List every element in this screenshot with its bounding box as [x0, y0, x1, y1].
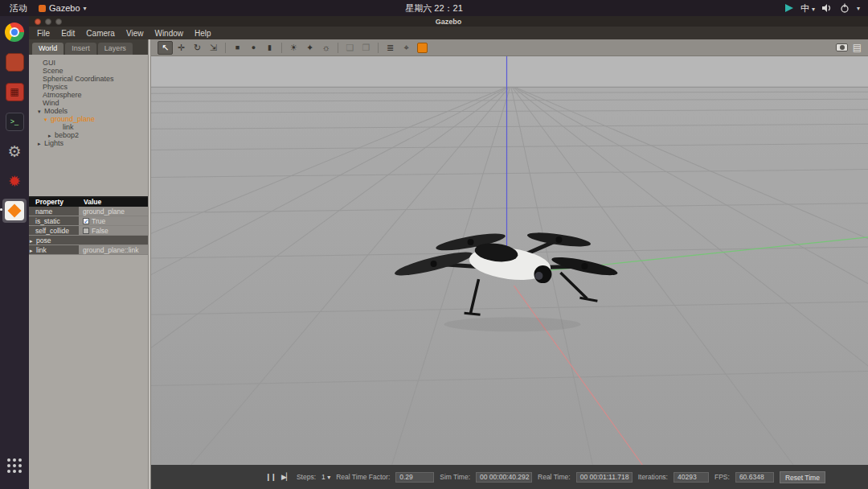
iterations-label: Iterations: — [638, 473, 668, 481]
screenshot-icon[interactable] — [836, 43, 848, 51]
property-row-link[interactable]: ▸link ground_plane::link — [29, 245, 148, 255]
chevron-down-icon: ▾ — [327, 474, 330, 481]
app-grid-icon — [7, 458, 10, 462]
maximize-button[interactable] — [55, 18, 62, 25]
joint-tool-icon[interactable] — [417, 43, 428, 53]
menu-window[interactable]: Window — [149, 29, 189, 38]
steps-spinner[interactable]: 1 ▾ — [321, 473, 330, 481]
dock-item-software[interactable]: ▦ — [2, 80, 27, 104]
telegram-icon[interactable] — [785, 4, 793, 12]
tree-item-physics[interactable]: Physics — [29, 83, 148, 91]
property-row-self-collide[interactable]: self_collide False — [29, 226, 148, 236]
power-icon[interactable] — [840, 3, 850, 13]
log-icon[interactable]: ▤ — [853, 43, 862, 52]
spot-light-tool-icon[interactable]: ✦ — [302, 41, 317, 55]
panel-empty-area — [29, 255, 148, 489]
viewport-toolbar: ↖ ✛ ↻ ⇲ ■ ● ▮ ☀ ✦ ☼ ❏ ❐ — [151, 39, 868, 56]
box-tool-icon[interactable]: ■ — [230, 41, 245, 55]
tree-item-lights[interactable]: ▸Lights — [29, 139, 148, 147]
tree-item-spherical-coordinates[interactable]: Spherical Coordinates — [29, 75, 148, 83]
sphere-tool-icon[interactable]: ● — [246, 41, 261, 55]
menu-view[interactable]: View — [121, 29, 149, 38]
reset-time-button[interactable]: Reset Time — [780, 471, 825, 483]
toolbar-separator — [378, 43, 379, 53]
launcher-dock: ▦ >_ ⚙ ✹ — [0, 16, 29, 489]
chevron-down-icon: ▾ — [857, 5, 860, 12]
dock-item-ros[interactable]: ✹ — [2, 169, 27, 193]
clock[interactable]: 星期六 22：21 — [405, 0, 463, 16]
chevron-down-icon: ▾ — [38, 108, 44, 116]
chevron-right-icon: ▸ — [38, 140, 44, 148]
align-tool-icon[interactable]: ≣ — [383, 41, 398, 55]
rotate-tool-icon[interactable]: ↻ — [190, 41, 205, 55]
toolbar-separator — [338, 43, 338, 53]
files-icon — [6, 53, 24, 72]
tab-layers[interactable]: Layers — [98, 43, 133, 55]
cylinder-tool-icon[interactable]: ▮ — [262, 41, 277, 55]
volume-icon[interactable] — [822, 3, 833, 13]
chevron-down-icon: ▾ — [84, 5, 87, 12]
real-time-value: 00 00:01:11.718 — [576, 472, 633, 483]
chevron-down-icon: ▾ — [44, 116, 51, 124]
point-light-tool-icon[interactable]: ☀ — [286, 41, 301, 55]
dock-item-chrome[interactable] — [2, 20, 27, 44]
pause-button[interactable]: ❙❙ — [265, 473, 276, 481]
snap-tool-icon[interactable]: ⌖ — [399, 41, 414, 55]
sim-time-value: 00 00:00:40.292 — [476, 472, 532, 483]
sky — [151, 56, 868, 87]
scene-3d[interactable] — [151, 56, 868, 465]
menu-help[interactable]: Help — [189, 29, 217, 38]
dock-item-gazebo[interactable] — [2, 199, 27, 223]
running-indicator — [0, 208, 2, 211]
scale-tool-icon[interactable]: ⇲ — [206, 41, 221, 55]
tree-item-wind[interactable]: Wind — [29, 99, 148, 107]
property-row-name[interactable]: name ground_plane — [29, 207, 148, 216]
dock-item-settings[interactable]: ⚙ — [2, 139, 27, 163]
input-method-indicator[interactable]: 中 ▾ — [800, 2, 815, 14]
copy-icon[interactable]: ❏ — [342, 41, 358, 55]
gear-icon: ⚙ — [7, 144, 21, 159]
self-collide-checkbox[interactable] — [83, 228, 89, 234]
panel-tabs: World Insert Layers — [29, 39, 148, 55]
tree-item-link[interactable]: link — [29, 123, 148, 131]
toolbar-separator — [281, 43, 282, 53]
app-menu[interactable]: Gazebo ▾ — [39, 3, 87, 13]
gazebo-app-icon — [39, 5, 46, 12]
property-row-pose[interactable]: ▸pose — [29, 236, 148, 245]
close-button[interactable] — [35, 18, 41, 25]
menu-edit[interactable]: Edit — [55, 29, 80, 38]
tree-item-models[interactable]: ▾Models — [29, 107, 148, 115]
real-time-label: Real Time: — [538, 473, 571, 481]
menu-file[interactable]: File — [31, 29, 55, 38]
render-viewport: ↖ ✛ ↻ ⇲ ■ ● ▮ ☀ ✦ ☼ ❏ ❐ — [151, 39, 868, 489]
menu-bar: File Edit Camera View Window Help — [29, 27, 868, 39]
world-tree: GUI Scene Spherical Coordinates Physics … — [29, 55, 148, 196]
step-button[interactable]: ▶▏ — [281, 473, 291, 481]
minimize-button[interactable] — [45, 18, 51, 25]
tab-world[interactable]: World — [32, 43, 63, 55]
tree-item-ground-plane[interactable]: ▾ground_plane — [29, 115, 148, 123]
directional-light-tool-icon[interactable]: ☼ — [318, 41, 334, 55]
property-row-is-static[interactable]: is_static True — [29, 216, 148, 226]
gazebo-window: Gazebo File Edit Camera View Window Help… — [29, 16, 868, 489]
activities-button[interactable]: 活动 — [6, 2, 31, 14]
robot-icon: ✹ — [8, 174, 21, 189]
window-titlebar[interactable]: Gazebo — [29, 16, 868, 27]
is-static-checkbox[interactable] — [83, 218, 89, 224]
translate-tool-icon[interactable]: ✛ — [174, 41, 189, 55]
dock-item-files[interactable] — [2, 50, 27, 74]
system-top-bar: 活动 Gazebo ▾ 星期六 22：21 中 ▾ ▾ — [0, 0, 868, 16]
sim-time-label: Sim Time: — [440, 473, 470, 481]
tree-item-gui[interactable]: GUI — [29, 59, 148, 67]
dock-item-terminal[interactable]: >_ — [2, 109, 27, 134]
paste-icon[interactable]: ❐ — [358, 41, 374, 55]
chevron-down-icon: ▾ — [812, 6, 815, 13]
select-tool-icon[interactable]: ↖ — [158, 41, 173, 55]
tree-item-atmosphere[interactable]: Atmosphere — [29, 91, 148, 99]
tree-item-bebop2[interactable]: ▸bebop2 — [29, 131, 148, 139]
menu-camera[interactable]: Camera — [80, 29, 121, 38]
property-table-header: Property Value — [29, 198, 148, 207]
show-applications-button[interactable] — [2, 454, 27, 478]
tree-item-scene[interactable]: Scene — [29, 67, 148, 75]
tab-insert[interactable]: Insert — [65, 43, 96, 55]
